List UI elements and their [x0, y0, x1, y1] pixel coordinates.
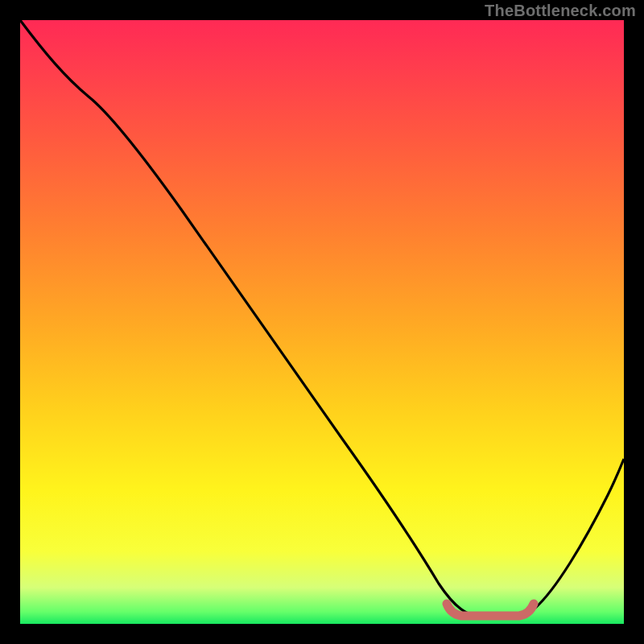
- chart-svg: [20, 20, 624, 624]
- watermark-text: TheBottleneck.com: [485, 2, 636, 20]
- bottleneck-curve: [20, 20, 624, 618]
- chart-frame: [20, 20, 624, 624]
